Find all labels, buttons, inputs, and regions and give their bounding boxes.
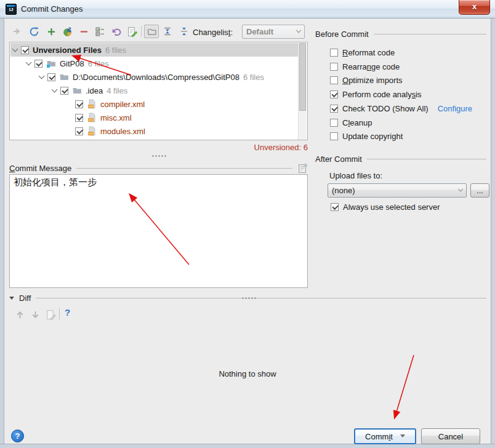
option-reformat-code[interactable]: Reformat code bbox=[330, 48, 395, 57]
chevron-down-icon[interactable] bbox=[52, 86, 58, 92]
checkbox-label: Always use selected server bbox=[343, 202, 440, 212]
previous-change-icon[interactable] bbox=[14, 308, 26, 321]
option-check-todo[interactable]: Check TODO (Show All) Configure bbox=[330, 104, 472, 113]
add-icon[interactable] bbox=[45, 25, 57, 38]
chevron-down-icon[interactable] bbox=[400, 434, 405, 438]
splitter-handle[interactable] bbox=[241, 296, 257, 299]
checkbox-label: Check TODO (Show All) bbox=[342, 104, 429, 113]
commit-button[interactable]: Commit bbox=[354, 428, 416, 444]
cancel-button[interactable]: Cancel bbox=[421, 428, 480, 444]
option-update-copyright[interactable]: Update copyright bbox=[330, 132, 403, 141]
header-rule bbox=[76, 168, 292, 169]
option-rearrange-code[interactable]: Rearrange code bbox=[330, 62, 400, 71]
move-to-changelist-icon[interactable] bbox=[11, 25, 23, 38]
checkbox[interactable] bbox=[330, 119, 338, 127]
app-icon: IJ bbox=[6, 4, 17, 15]
checkbox[interactable] bbox=[331, 203, 339, 211]
commit-button-label: Commit bbox=[365, 432, 393, 441]
window-border-right bbox=[491, 18, 495, 444]
option-optimize-imports[interactable]: Optimize imports bbox=[330, 76, 403, 85]
row-checkbox[interactable] bbox=[60, 87, 68, 95]
diff-empty-text: Nothing to show bbox=[0, 369, 495, 378]
edit-source-disabled-icon[interactable] bbox=[44, 308, 57, 321]
tree-row-label: .idea bbox=[86, 86, 103, 95]
unversioned-count: Unversioned: 6 bbox=[185, 143, 308, 152]
tree-row-count: 6 files bbox=[105, 46, 126, 55]
group-by-directory-button[interactable] bbox=[144, 25, 159, 38]
checkbox-label: Reformat code bbox=[342, 48, 395, 57]
next-change-icon[interactable] bbox=[29, 308, 41, 321]
diff-help-icon[interactable]: ? bbox=[65, 307, 70, 318]
commit-message-input[interactable]: 初始化项目，第一步 bbox=[9, 174, 308, 288]
row-checkbox[interactable] bbox=[75, 114, 83, 122]
after-commit-header: After Commit bbox=[315, 154, 486, 164]
tree-row-unversioned-files[interactable]: Unversioned Files 6 files bbox=[10, 43, 299, 57]
option-cleanup[interactable]: Cleanup bbox=[330, 118, 372, 127]
message-history-icon[interactable] bbox=[297, 163, 308, 174]
edit-source-icon[interactable] bbox=[126, 25, 138, 38]
tree-row-count: 6 files bbox=[243, 73, 264, 82]
collapse-triangle-icon[interactable] bbox=[9, 297, 14, 300]
tree-row-label: Unversioned Files bbox=[33, 46, 102, 55]
checkbox[interactable] bbox=[330, 132, 338, 140]
checkbox[interactable] bbox=[330, 90, 338, 98]
changelist-select[interactable]: Default bbox=[242, 25, 305, 39]
window-border-bottom bbox=[0, 444, 495, 448]
annotation-arrow-commit bbox=[395, 355, 414, 418]
option-always-use-server[interactable]: Always use selected server bbox=[331, 202, 440, 212]
tree-row-path[interactable]: D:\Documents\Downloads\Compressed\GitP08… bbox=[10, 70, 264, 84]
undo-icon[interactable] bbox=[110, 25, 122, 38]
close-button[interactable]: x bbox=[459, 0, 490, 15]
checkbox-label: Rearrange code bbox=[342, 62, 400, 71]
chevron-down-icon[interactable] bbox=[26, 59, 32, 65]
tree-row-label: GitP08 bbox=[60, 59, 84, 68]
browse-servers-button[interactable]: ... bbox=[470, 183, 489, 198]
window-border-left bbox=[0, 18, 4, 444]
checkbox[interactable] bbox=[330, 63, 338, 71]
delete-icon[interactable] bbox=[78, 25, 90, 38]
tree-row-idea[interactable]: .idea 4 files bbox=[10, 84, 127, 97]
toolbar-separator bbox=[59, 308, 60, 319]
configure-link[interactable]: Configure bbox=[438, 104, 472, 113]
diff-title: Diff bbox=[19, 294, 31, 303]
tree-row-file[interactable]: <> misc.xml bbox=[10, 111, 132, 124]
checkbox[interactable] bbox=[330, 105, 338, 113]
row-checkbox[interactable] bbox=[75, 100, 83, 108]
checkbox-label: Perform code analysis bbox=[342, 90, 422, 99]
header-rule bbox=[367, 159, 486, 159]
tree-row-file[interactable]: <> compiler.xml bbox=[10, 97, 145, 111]
chevron-down-icon[interactable] bbox=[12, 46, 18, 52]
folder-icon bbox=[59, 72, 69, 82]
rollback-icon[interactable] bbox=[61, 25, 73, 38]
row-checkbox[interactable] bbox=[21, 46, 29, 54]
show-changes-list-icon[interactable] bbox=[94, 25, 106, 38]
row-checkbox[interactable] bbox=[34, 60, 42, 68]
svg-text:<>: <> bbox=[89, 132, 94, 135]
splitter-handle[interactable] bbox=[151, 154, 167, 157]
option-perform-code-analysis[interactable]: Perform code analysis bbox=[330, 90, 422, 99]
tree-row-gitp08[interactable]: GitP08 6 files bbox=[10, 57, 109, 70]
tree-row-label: compiler.xml bbox=[100, 100, 145, 109]
refresh-icon[interactable] bbox=[28, 25, 40, 38]
tree-row-label: D:\Documents\Downloads\Compressed\GitP08 bbox=[73, 73, 239, 82]
changelist-label: Changelist: bbox=[193, 28, 233, 37]
row-checkbox[interactable] bbox=[75, 127, 83, 135]
checkbox-label: Cleanup bbox=[342, 118, 372, 127]
upload-server-value: (none) bbox=[332, 186, 355, 195]
header-rule bbox=[374, 34, 486, 34]
changelist-value: Default bbox=[246, 27, 273, 36]
checkbox[interactable] bbox=[330, 76, 338, 84]
folder-icon bbox=[72, 86, 82, 95]
expand-all-icon[interactable] bbox=[161, 25, 174, 38]
upload-server-select[interactable]: (none) bbox=[328, 183, 467, 198]
scrollbar-thumb[interactable] bbox=[299, 43, 306, 111]
row-checkbox[interactable] bbox=[47, 73, 55, 81]
window-title: Commit Changes bbox=[21, 4, 82, 14]
help-button[interactable]: ? bbox=[11, 430, 24, 442]
checkbox[interactable] bbox=[330, 49, 338, 57]
tree-scrollbar[interactable] bbox=[298, 43, 307, 140]
chevron-down-icon[interactable] bbox=[39, 73, 45, 79]
tree-row-file[interactable]: <> modules.xml bbox=[10, 124, 145, 138]
commit-message-header: Commit Message bbox=[9, 163, 308, 174]
collapse-all-icon[interactable] bbox=[178, 25, 190, 38]
